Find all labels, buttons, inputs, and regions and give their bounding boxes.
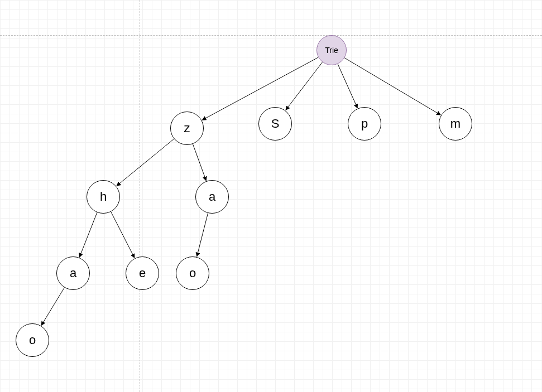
- node-label: m: [450, 117, 461, 131]
- node-label: h: [100, 190, 107, 204]
- node-o2[interactable]: o: [16, 323, 49, 357]
- node-S[interactable]: S: [258, 107, 292, 141]
- node-e[interactable]: e: [126, 257, 159, 290]
- node-label: Trie: [325, 46, 338, 55]
- node-label: a: [70, 266, 76, 280]
- node-z[interactable]: z: [170, 112, 204, 145]
- node-label: a: [209, 190, 215, 204]
- node-label: o: [29, 333, 36, 347]
- node-label: e: [139, 266, 146, 280]
- node-m[interactable]: m: [439, 107, 472, 141]
- node-label: z: [184, 121, 190, 135]
- node-root[interactable]: Trie: [316, 35, 347, 65]
- ruler-vertical: [140, 0, 140, 392]
- node-p[interactable]: p: [348, 107, 381, 141]
- node-label: p: [361, 117, 368, 131]
- node-label: S: [271, 117, 280, 131]
- node-a2[interactable]: a: [56, 257, 90, 290]
- node-a1[interactable]: a: [195, 180, 229, 214]
- node-o1[interactable]: o: [176, 257, 209, 290]
- ruler-horizontal: [0, 35, 542, 36]
- canvas-grid: [0, 0, 542, 392]
- node-label: o: [189, 266, 196, 280]
- node-h[interactable]: h: [87, 180, 120, 214]
